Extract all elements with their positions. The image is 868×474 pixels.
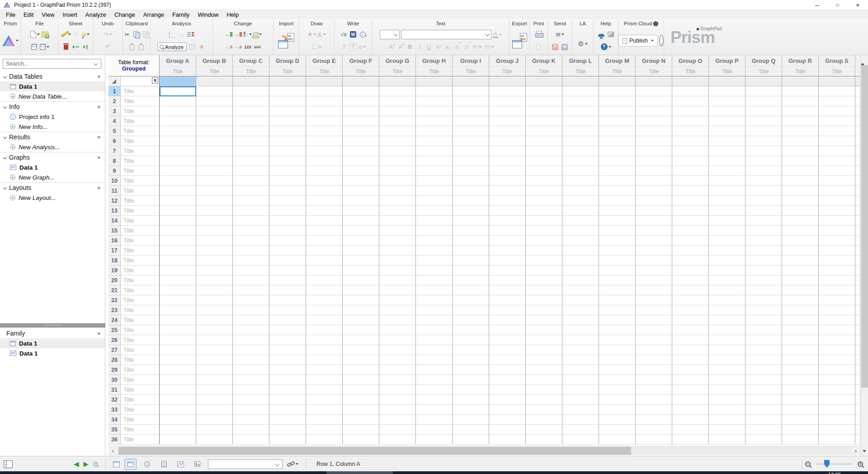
data-cell-r12-c10[interactable] [489,196,526,206]
data-cell-r13-c19[interactable] [819,206,855,216]
data-cell-r36-c16[interactable] [709,435,745,445]
menu-view[interactable]: View [38,10,58,19]
data-cell-r15-c11[interactable] [526,226,562,236]
data-cell-r35-c19[interactable] [819,425,855,435]
data-cell-r17-c16[interactable] [709,246,745,256]
data-cell-r12-c16[interactable] [709,196,745,206]
data-cell-r30-c6[interactable] [343,375,379,385]
row-title-7[interactable]: Title [121,146,160,156]
data-cell-r36-c2[interactable] [196,435,233,445]
data-cell-r33-c19[interactable] [819,405,855,415]
data-cell-r11-c3[interactable] [233,186,269,196]
data-cell-r22-c9[interactable] [453,295,489,305]
data-cell-r24-c19[interactable] [819,315,855,325]
equation-icon[interactable]: √a [340,30,348,39]
data-cell-r3-c3[interactable] [233,106,269,116]
column-subtitle-16[interactable]: Title [709,67,745,76]
data-cell-r34-c1[interactable] [160,415,196,425]
data-cell-r2-c2[interactable] [196,96,233,106]
family-expand-icon[interactable]: » [97,330,100,337]
row-number-2[interactable]: 2 [108,96,121,106]
data-cell-r19-c9[interactable] [453,265,489,275]
data-cell-r25-c17[interactable] [745,325,782,335]
data-cell-r9-c7[interactable] [379,166,416,176]
data-cell-r8-c15[interactable] [672,156,709,166]
data-cell-r16-c11[interactable] [526,236,562,246]
row-title-28[interactable]: Title [121,355,160,365]
data-cell-r14-c9[interactable] [453,216,489,226]
data-cell-r24-c1[interactable] [160,315,196,325]
data-cell-r26-c7[interactable] [379,335,416,345]
data-cell-r6-c19[interactable] [819,136,855,146]
data-cell-r24-c12[interactable] [562,315,599,325]
data-cell-r5-c16[interactable] [709,126,745,136]
data-cell-r22-c3[interactable] [233,295,269,305]
data-cell-r23-c1[interactable] [160,305,196,315]
data-cell-r14-c10[interactable] [489,216,526,226]
menu-window[interactable]: Window [193,10,222,19]
column-select-cell-3[interactable] [233,76,269,86]
toggle-navigator-icon[interactable] [4,460,13,468]
row-title-34[interactable]: Title [121,415,160,425]
data-cell-r10-c6[interactable] [343,176,379,186]
data-cell-r5-c15[interactable] [672,126,709,136]
data-cell-r19-c7[interactable] [379,265,416,275]
data-cell-r36-c3[interactable] [233,435,269,445]
column-select-cell-14[interactable] [636,76,672,86]
data-cell-r20-c10[interactable] [489,275,526,285]
data-cell-r26-c17[interactable] [745,335,782,345]
data-cell-r27-c1[interactable] [160,345,196,355]
data-cell-r15-c1[interactable] [160,226,196,236]
data-cell-r17-c13[interactable] [599,246,636,256]
data-cell-r2-c11[interactable] [526,96,562,106]
data-cell-r2-c8[interactable] [416,96,453,106]
data-cell-r2-c18[interactable] [782,96,819,106]
data-cell-r10-c2[interactable] [196,176,233,186]
data-cell-r29-c19[interactable] [819,365,855,375]
data-cell-r7-c7[interactable] [379,146,416,156]
data-cell-r28-c16[interactable] [709,355,745,365]
data-cell-r15-c12[interactable] [562,226,599,236]
data-cell-r32-c7[interactable] [379,395,416,405]
data-cell-r26-c11[interactable] [526,335,562,345]
data-cell-r25-c2[interactable] [196,325,233,335]
data-cell-r19-c11[interactable] [526,265,562,275]
data-cell-r16-c3[interactable] [233,236,269,246]
column-subtitle-18[interactable]: Title [782,67,819,76]
data-cell-r28-c3[interactable] [233,355,269,365]
data-cell-r30-c9[interactable] [453,375,489,385]
data-cell-r18-c13[interactable] [599,256,636,265]
menu-file[interactable]: File [2,10,19,19]
data-cell-r1-c13[interactable] [599,86,636,96]
data-cell-r9-c14[interactable] [636,166,672,176]
data-cell-r22-c7[interactable] [379,295,416,305]
section-expand-icon[interactable]: » [97,104,100,110]
font-size-combobox[interactable] [380,30,400,39]
data-cell-r5-c8[interactable] [416,126,453,136]
data-cell-r27-c9[interactable] [453,345,489,355]
data-cell-r28-c9[interactable] [453,355,489,365]
row-title-27[interactable]: Title [121,345,160,355]
data-cell-r9-c1[interactable] [160,166,196,176]
data-cell-r35-c14[interactable] [636,425,672,435]
data-cell-r30-c18[interactable] [782,375,819,385]
column-header-group-d[interactable]: Group D [269,55,306,67]
data-cell-r8-c3[interactable] [233,156,269,166]
data-cell-r29-c9[interactable] [453,365,489,375]
column-header-group-j[interactable]: Group J [489,55,526,67]
data-cell-r1-c4[interactable] [269,86,306,96]
data-cell-r22-c18[interactable] [782,295,819,305]
data-cell-r33-c4[interactable] [269,405,306,415]
row-number-23[interactable]: 23 [108,305,121,315]
row-number-5[interactable]: 5 [108,126,121,136]
column-select-cell-1-selected[interactable] [160,76,196,86]
data-cell-r28-c4[interactable] [269,355,306,365]
column-subtitle-8[interactable]: Title [416,67,453,76]
data-cell-r21-c8[interactable] [416,285,453,295]
data-cell-r1-c17[interactable] [745,86,782,96]
row-title-18[interactable]: Title [121,256,160,265]
row-number-32[interactable]: 32 [108,395,121,405]
data-cell-r24-c2[interactable] [196,315,233,325]
data-cell-r36-c17[interactable] [745,435,782,445]
data-cell-r18-c10[interactable] [489,256,526,265]
